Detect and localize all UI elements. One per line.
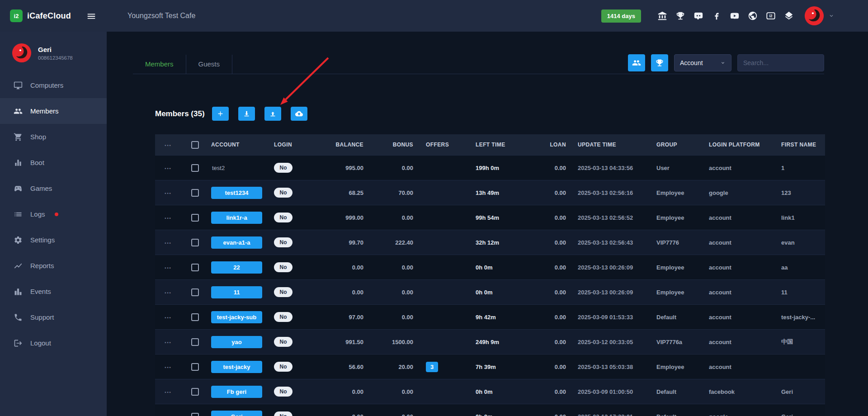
login-status-badge: No [274, 188, 292, 198]
days-badge[interactable]: 1414 days [601, 9, 641, 23]
section-title: Members (35) [155, 109, 205, 118]
add-member-button[interactable] [212, 107, 229, 121]
account-button[interactable]: 22 [211, 261, 262, 274]
row-menu-dots[interactable]: ••• [165, 316, 171, 320]
login-status-badge: No [274, 237, 292, 247]
sidebar-item-logout[interactable]: Logout [0, 330, 107, 356]
login-platform-cell: google [708, 413, 780, 416]
account-button[interactable]: 11 [211, 286, 262, 298]
topbar-link-bank[interactable] [657, 11, 667, 21]
download-members-button[interactable] [238, 107, 255, 121]
sidebar-item-settings[interactable]: Settings [0, 227, 107, 253]
offers-badge[interactable]: 3 [426, 362, 438, 372]
login-status-badge: No [274, 213, 292, 222]
account-button[interactable]: link1r-a [211, 212, 262, 224]
rank-view-button[interactable] [651, 54, 668, 71]
search-input[interactable] [737, 54, 824, 71]
row-menu-dots[interactable]: ••• [165, 365, 171, 370]
row-menu-dots[interactable]: ••• [165, 340, 171, 345]
sidebar-item-games[interactable]: Games [0, 175, 107, 201]
select-all-checkbox[interactable] [191, 141, 199, 149]
login-platform-cell: account [708, 364, 780, 370]
sidebar-item-events[interactable]: Events [0, 279, 107, 304]
group-cell: Employee [647, 189, 708, 196]
column-header[interactable]: FIRST NAME [780, 142, 825, 148]
avatar[interactable] [11, 43, 32, 63]
account-button[interactable]: test-jacky [211, 361, 262, 373]
row-menu-dots[interactable]: ••• [165, 291, 171, 295]
user-avatar[interactable] [804, 5, 825, 26]
column-header[interactable]: UPDATE TIME [566, 142, 647, 148]
group-cell: Employee [647, 289, 708, 296]
sidebar-item-shop[interactable]: Shop [0, 124, 107, 150]
row-checkbox[interactable] [191, 239, 199, 246]
row-menu-dots[interactable]: ••• [165, 216, 171, 221]
column-header[interactable]: OFFERS [414, 142, 464, 148]
member-row: •••11No0.000.000h 0m0.002025-03-13 00:26… [155, 279, 825, 304]
chevron-down-icon[interactable] [828, 13, 835, 19]
tab-guests[interactable]: Guests [186, 55, 233, 74]
column-header[interactable]: LOGIN [274, 142, 317, 148]
account-button[interactable]: test-jacky-sub [211, 311, 262, 323]
row-menu-dots[interactable]: ••• [165, 390, 171, 395]
search-type-select[interactable]: Account [674, 54, 731, 71]
account-button[interactable]: test1234 [211, 187, 262, 199]
loan-cell: 0.00 [536, 364, 566, 370]
update-time-cell: 2025-03-13 02:56:43 [566, 239, 647, 246]
members-view-button[interactable] [628, 54, 645, 71]
row-menu-dots[interactable]: ••• [165, 266, 171, 270]
column-header[interactable]: GROUP [647, 142, 708, 148]
row-checkbox[interactable] [191, 214, 199, 222]
left-time-cell: 0h 0m [464, 413, 536, 416]
left-time-cell: 0h 0m [464, 388, 536, 395]
topbar-link-globe[interactable] [748, 11, 758, 21]
row-checkbox[interactable] [191, 264, 199, 271]
app-logo-icon[interactable]: i2 [10, 9, 23, 22]
sidebar-item-reports[interactable]: Reports [0, 253, 107, 279]
sidebar-item-support[interactable]: Support [0, 304, 107, 330]
account-button[interactable]: Geri [211, 411, 262, 416]
row-menu-dots[interactable]: ••• [165, 191, 171, 196]
topbar-link-layers[interactable] [784, 11, 794, 21]
member-row: •••evan-a1-aNo99.70222.4032h 12m0.002025… [155, 230, 825, 255]
row-checkbox[interactable] [191, 288, 199, 296]
toolbar: Members (35) [155, 107, 824, 121]
row-checkbox[interactable] [191, 363, 199, 371]
download-icon [243, 110, 250, 118]
row-checkbox[interactable] [191, 413, 199, 416]
upload-members-button[interactable] [264, 107, 281, 121]
account-button[interactable]: yao [211, 336, 262, 348]
topbar-link-facebook[interactable] [712, 11, 722, 21]
topbar-link-discord[interactable] [693, 11, 703, 21]
cloud-backup-button[interactable] [291, 107, 307, 121]
menu-toggle-button[interactable] [86, 11, 97, 22]
row-checkbox[interactable] [191, 313, 199, 321]
sidebar-item-logs[interactable]: Logs [0, 201, 107, 227]
row-menu-dots[interactable]: ••• [165, 143, 171, 148]
row-menu-dots[interactable]: ••• [165, 166, 171, 171]
row-checkbox[interactable] [191, 189, 199, 197]
column-header[interactable]: BONUS [364, 142, 414, 148]
update-time-cell: 2025-03-13 00:26:09 [566, 264, 647, 271]
computers-icon [14, 81, 23, 90]
row-checkbox[interactable] [191, 164, 199, 172]
account-button[interactable]: Fb geri [211, 386, 262, 398]
sidebar-item-boot[interactable]: Boot [0, 150, 107, 175]
column-header[interactable]: LOGIN PLATFORM [708, 142, 780, 148]
column-header[interactable]: LEFT TIME [464, 142, 536, 148]
sidebar-item-members[interactable]: Members [0, 98, 107, 124]
row-checkbox[interactable] [191, 388, 199, 396]
row-menu-dots[interactable]: ••• [165, 241, 171, 246]
tab-members[interactable]: Members [133, 55, 186, 74]
column-header[interactable]: LOAN [536, 142, 566, 148]
loan-cell: 0.00 [536, 165, 566, 171]
column-header[interactable]: BALANCE [317, 142, 364, 148]
column-header[interactable]: ACCOUNT [208, 142, 274, 148]
account-button[interactable]: evan-a1-a [211, 236, 262, 249]
topbar-link-trophy[interactable] [675, 11, 685, 21]
login-platform-cell: account [708, 339, 780, 345]
topbar-link-youtube[interactable] [730, 11, 740, 21]
row-checkbox[interactable] [191, 338, 199, 346]
topbar-link-icafe-pay[interactable]: i2 [766, 11, 776, 21]
sidebar-item-computers[interactable]: Computers [0, 72, 107, 98]
